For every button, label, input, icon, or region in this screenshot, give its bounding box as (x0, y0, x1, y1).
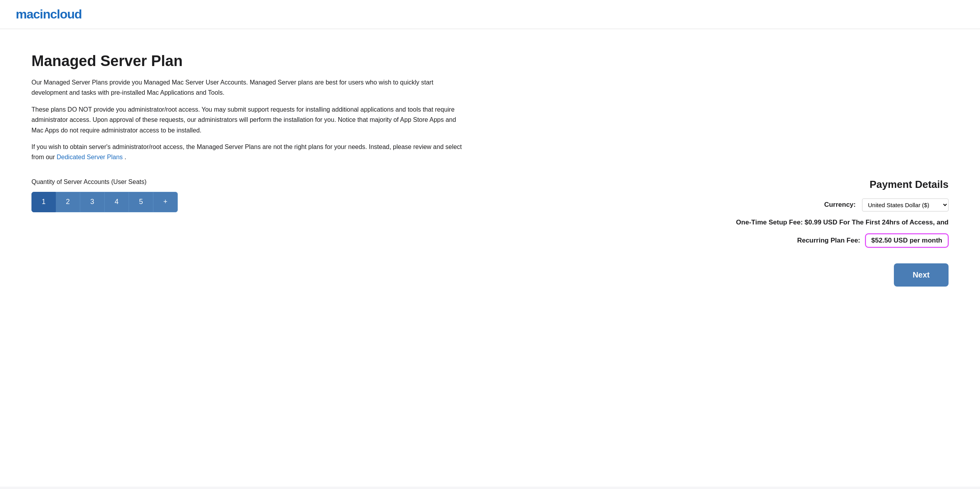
payment-title: Payment Details (736, 178, 949, 191)
recurring-label: Recurring Plan Fee: (797, 237, 860, 244)
payment-section: Payment Details Currency: United States … (736, 178, 949, 287)
quantity-label: Quantity of Server Accounts (User Seats) (31, 178, 178, 186)
quantity-buttons: 1 2 3 4 5 + (31, 192, 178, 212)
main-content: Managed Server Plan Our Managed Server P… (0, 29, 980, 487)
lower-section: Quantity of Server Accounts (User Seats)… (31, 178, 949, 287)
site-header: macincloud (0, 0, 980, 29)
description-paragraph-2: These plans DO NOT provide you administr… (31, 105, 464, 136)
description-paragraph-3-suffix: . (123, 154, 126, 160)
recurring-value: $52.50 USD per month (865, 233, 949, 248)
qty-btn-5[interactable]: 5 (129, 192, 153, 212)
next-button[interactable]: Next (894, 263, 949, 287)
site-logo: macincloud (16, 7, 82, 22)
qty-btn-1[interactable]: 1 (31, 192, 56, 212)
qty-btn-2[interactable]: 2 (56, 192, 80, 212)
description-paragraph-1: Our Managed Server Plans provide you Man… (31, 77, 464, 98)
qty-btn-4[interactable]: 4 (105, 192, 129, 212)
qty-btn-3[interactable]: 3 (80, 192, 105, 212)
recurring-fee-row: Recurring Plan Fee: $52.50 USD per month (736, 233, 949, 248)
currency-select[interactable]: United States Dollar ($)Euro (€)British … (862, 199, 949, 211)
page-title: Managed Server Plan (31, 53, 949, 70)
currency-row: Currency: United States Dollar ($)Euro (… (736, 199, 949, 211)
description-block: Our Managed Server Plans provide you Man… (31, 77, 464, 163)
currency-label: Currency: (824, 201, 856, 209)
next-button-row: Next (736, 263, 949, 287)
quantity-section: Quantity of Server Accounts (User Seats)… (31, 178, 178, 212)
setup-fee-row: One-Time Setup Fee: $0.99 USD For The Fi… (736, 219, 949, 226)
qty-btn-plus[interactable]: + (153, 192, 178, 212)
description-paragraph-3: If you wish to obtain server's administr… (31, 142, 464, 163)
dedicated-server-plans-link[interactable]: Dedicated Server Plans (57, 154, 123, 160)
